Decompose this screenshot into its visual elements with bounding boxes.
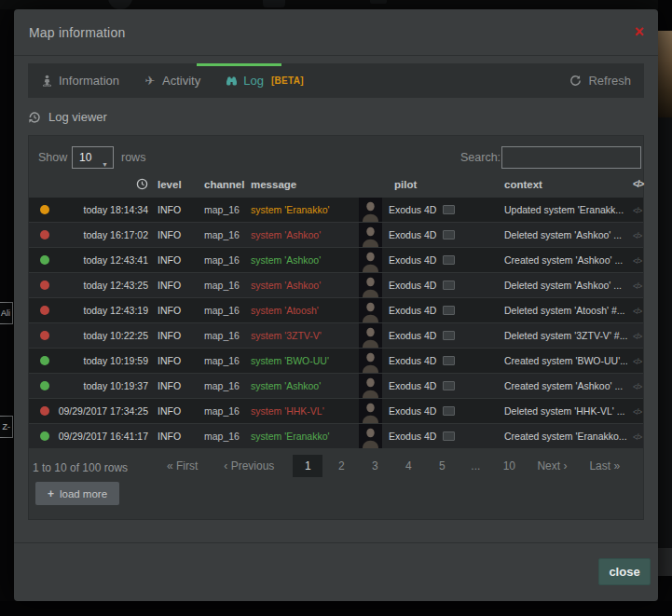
refresh-label: Refresh <box>588 74 631 88</box>
log-row[interactable]: today 12:43:41 INFO map_16 system 'Ashko… <box>29 248 643 272</box>
log-row[interactable]: today 12:43:19 INFO map_16 system 'Atoos… <box>29 298 643 322</box>
log-row[interactable]: today 10:22:25 INFO map_16 system '3ZTV-… <box>29 323 643 348</box>
search-input[interactable] <box>501 146 641 169</box>
log-row[interactable]: today 12:43:25 INFO map_16 system 'Ashko… <box>29 273 643 297</box>
pagination-page-10[interactable]: 10 <box>492 459 526 472</box>
log-time: today 10:22:25 <box>48 330 148 341</box>
pagination-first[interactable]: « First <box>167 459 198 472</box>
id-card-icon[interactable] <box>443 406 455 416</box>
row-code-icon[interactable]: </> <box>633 357 641 366</box>
pagination-page-3[interactable]: 3 <box>358 459 391 472</box>
log-message: system '3ZTV-V' <box>251 330 357 341</box>
row-code-icon[interactable]: </> <box>633 256 641 266</box>
pilot-name: Exodus 4D <box>389 405 436 417</box>
pagination-page-5[interactable]: 5 <box>425 459 459 472</box>
log-time: today 18:14:34 <box>48 204 148 215</box>
log-message: system 'Eranakko' <box>251 204 357 215</box>
column-header-pilot[interactable]: pilot <box>394 179 417 190</box>
show-label: Show <box>38 151 67 164</box>
pilot-avatar <box>359 374 382 398</box>
time-column-clock-icon[interactable] <box>136 178 148 190</box>
id-card-icon[interactable] <box>443 230 455 240</box>
pilot-avatar <box>359 323 382 348</box>
rows-per-page-select[interactable]: 10 ▼ <box>72 146 114 169</box>
id-card-icon[interactable] <box>443 281 455 290</box>
id-card-icon[interactable] <box>443 356 455 365</box>
log-table-panel: Show 10 ▼ rows Search: level channel mes… <box>28 135 644 520</box>
rows-label: rows <box>121 151 145 164</box>
close-icon[interactable]: × <box>634 22 644 41</box>
row-code-icon[interactable]: </> <box>633 432 641 442</box>
log-channel: map_16 <box>204 305 240 316</box>
background-shape <box>263 0 285 7</box>
pilot-avatar <box>359 198 382 222</box>
pagination-page-1[interactable]: 1 <box>293 455 322 477</box>
row-code-icon[interactable]: </> <box>633 382 641 391</box>
log-row[interactable]: today 10:19:37 INFO map_16 system 'Ashko… <box>29 374 643 398</box>
id-card-icon[interactable] <box>443 331 455 340</box>
row-code-icon[interactable]: </> <box>633 231 641 240</box>
log-time: today 12:43:25 <box>48 280 148 291</box>
log-time: 09/29/2017 17:34:25 <box>48 405 148 417</box>
column-header-context[interactable]: context <box>504 179 542 190</box>
id-card-icon[interactable] <box>443 255 455 265</box>
pilot-cell: Exodus 4D <box>389 330 455 341</box>
refresh-button[interactable]: Refresh <box>569 74 644 88</box>
pagination-page-4[interactable]: 4 <box>391 459 425 472</box>
tab-label: Log <box>243 74 264 88</box>
pagination-last[interactable]: Last » <box>589 459 620 472</box>
load-more-button[interactable]: + load more <box>35 482 119 505</box>
column-header-message[interactable]: message <box>251 179 296 190</box>
log-level: INFO <box>158 204 181 215</box>
pilot-cell: Exodus 4D <box>389 204 455 215</box>
tab-log[interactable]: Log [BETA] <box>213 63 316 98</box>
close-button[interactable]: close <box>598 558 651 585</box>
column-header-code-icon[interactable]: </> <box>633 179 643 189</box>
log-row[interactable]: today 18:14:34 INFO map_16 system 'Erana… <box>29 198 643 222</box>
pagination-ellipsis[interactable]: ... <box>459 459 492 472</box>
log-row[interactable]: today 10:19:59 INFO map_16 system 'BWO-U… <box>29 349 643 373</box>
load-more-label: load more <box>60 488 107 500</box>
binoculars-icon <box>225 75 238 87</box>
row-code-icon[interactable]: </> <box>633 307 641 316</box>
log-context: Deleted system 'Ashkoo' ... <box>504 229 627 240</box>
row-code-icon[interactable]: </> <box>633 206 641 215</box>
log-row[interactable]: 09/29/2017 16:41:17 INFO map_16 system '… <box>29 424 643 448</box>
column-header-level[interactable]: level <box>158 179 182 190</box>
id-card-icon[interactable] <box>443 381 455 390</box>
id-card-icon[interactable] <box>443 205 455 214</box>
plane-icon: ✈ <box>144 74 157 88</box>
log-time: 09/29/2017 16:41:17 <box>48 431 148 442</box>
log-channel: map_16 <box>204 330 240 341</box>
background-shape <box>370 0 387 4</box>
pilot-cell: Exodus 4D <box>389 229 455 240</box>
log-row[interactable]: today 16:17:02 INFO map_16 system 'Ashko… <box>29 223 643 247</box>
background-bottom <box>0 601 672 616</box>
pilot-cell: Exodus 4D <box>389 405 455 417</box>
row-code-icon[interactable]: </> <box>633 281 641 291</box>
street-view-icon <box>40 75 53 87</box>
log-level: INFO <box>158 330 181 341</box>
id-card-icon[interactable] <box>443 431 455 441</box>
tab-activity[interactable]: ✈ Activity <box>131 63 213 98</box>
tab-information[interactable]: Information <box>28 63 131 98</box>
pilot-name: Exodus 4D <box>389 431 436 442</box>
pilot-name: Exodus 4D <box>389 204 436 215</box>
row-code-icon[interactable]: </> <box>633 407 641 417</box>
background-right-edge <box>658 548 672 576</box>
log-message: system 'Ashkoo' <box>251 254 357 266</box>
pagination: « First ‹ Previous 1 2 3 4 5 ... 10 Next… <box>167 454 620 478</box>
log-message: system 'Atoosh' <box>251 305 357 316</box>
pagination-next[interactable]: Next › <box>537 459 567 472</box>
log-channel: map_16 <box>204 380 240 391</box>
log-row[interactable]: 09/29/2017 17:34:25 INFO map_16 system '… <box>29 399 643 423</box>
background-topbar <box>0 0 672 9</box>
log-context: Updated system 'Eranakk... <box>504 204 627 215</box>
row-code-icon[interactable]: </> <box>633 332 641 341</box>
id-card-icon[interactable] <box>443 306 455 315</box>
log-channel: map_16 <box>204 431 240 442</box>
pilot-cell: Exodus 4D <box>389 254 455 266</box>
pagination-page-2[interactable]: 2 <box>324 459 358 472</box>
column-header-channel[interactable]: channel <box>204 179 244 190</box>
pagination-previous[interactable]: ‹ Previous <box>224 459 274 472</box>
